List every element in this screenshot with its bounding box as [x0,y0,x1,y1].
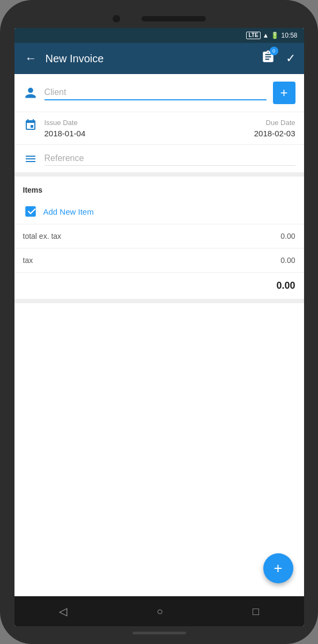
client-row: + [14,74,304,112]
confirm-button[interactable]: ✓ [286,52,295,65]
bottom-area: + [14,303,304,596]
fab-add-button[interactable]: + [263,553,293,583]
phone-home-bar [132,632,186,634]
nav-bar: ◁ ○ □ [14,596,304,626]
due-date-value: 2018-02-03 [254,129,295,138]
content-area: + Issue Date 2018-01-04 [14,74,304,596]
totals-section: total ex. tax 0.00 tax 0.00 0.00 [14,224,304,299]
reference-icon [23,152,38,165]
total-ex-tax-value: 0.00 [280,232,295,240]
lte-badge: LTE [246,32,260,39]
tax-label: tax [23,256,33,265]
phone-speaker [142,16,206,21]
add-item-label: Add New Item [43,207,94,216]
calendar-icon [23,119,38,131]
reference-input[interactable] [45,151,295,166]
section-divider [14,172,304,177]
status-bar: LTE ▲ 🔋 10:58 [14,28,304,43]
issue-date-field[interactable]: Issue Date 2018-01-04 [45,119,86,138]
nav-recents-button[interactable]: □ [242,601,270,622]
phone-bottom [10,626,308,634]
total-ex-tax-row: total ex. tax 0.00 [14,224,304,248]
invoice-form-card: + Issue Date 2018-01-04 [14,74,304,172]
client-input[interactable] [45,85,267,100]
client-icon [23,86,38,99]
due-date-label: Due Date [266,119,295,127]
issue-date-label: Issue Date [45,119,86,127]
app-bar: ← New Invoice 0 ✓ [14,43,304,74]
add-item-icon [23,204,38,218]
date-row: Issue Date 2018-01-04 Due Date 2018-02-0… [14,112,304,145]
time-display: 10:58 [281,32,297,39]
phone-screen: LTE ▲ 🔋 10:58 ← New Invoice 0 ✓ [14,28,304,626]
add-new-item-button[interactable]: Add New Item [14,199,304,224]
signal-icon: ▲ [263,32,269,39]
items-section: Items Add New Item total ex. tax 0.0 [14,177,304,299]
status-bar-icons: LTE ▲ 🔋 10:58 [246,32,297,39]
issue-date-value: 2018-01-04 [45,129,86,138]
app-bar-title: New Invoice [46,53,255,65]
tax-value: 0.00 [280,256,295,265]
tax-row: tax 0.00 [14,248,304,273]
battery-icon: 🔋 [271,32,279,39]
reference-row [14,145,304,172]
phone-camera [113,15,120,23]
phone-device: LTE ▲ 🔋 10:58 ← New Invoice 0 ✓ [0,0,318,644]
back-button[interactable]: ← [23,49,39,68]
invoice-badge: 0 [270,47,278,55]
add-client-button[interactable]: + [273,82,295,104]
items-header: Items [14,177,304,199]
grand-total-value: 0.00 [276,280,295,291]
date-fields: Issue Date 2018-01-04 Due Date 2018-02-0… [45,119,295,138]
items-title: Items [23,186,43,194]
total-ex-tax-label: total ex. tax [23,232,62,240]
due-date-field[interactable]: Due Date 2018-02-03 [254,119,295,138]
grand-total-row: 0.00 [14,273,304,299]
invoice-icon: 0 [261,50,275,67]
nav-back-button[interactable]: ◁ [48,601,78,622]
phone-top-bar [10,15,308,28]
nav-home-button[interactable]: ○ [146,601,174,622]
bottom-divider [14,299,304,303]
